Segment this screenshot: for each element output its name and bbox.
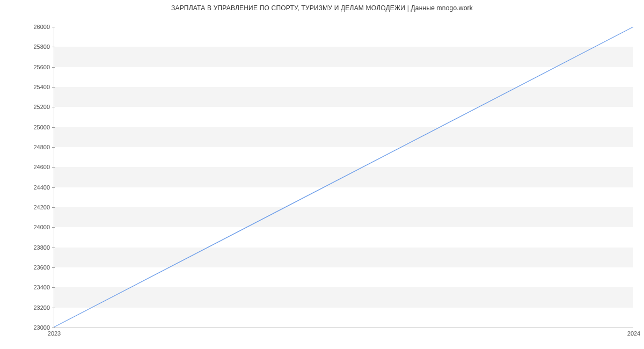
y-tick-label: 25800 (33, 43, 54, 50)
y-tick-label: 24200 (33, 204, 54, 210)
chart-container: ЗАРПЛАТА В УПРАВЛЕНИЕ ПО СПОРТУ, ТУРИЗМУ… (0, 0, 644, 349)
y-tick-label: 23200 (33, 304, 54, 311)
y-tick-label: 24400 (33, 184, 54, 191)
y-tick-label: 23400 (33, 284, 54, 290)
y-tick-label: 24000 (33, 224, 54, 230)
series-line (54, 27, 633, 327)
chart-title: ЗАРПЛАТА В УПРАВЛЕНИЕ ПО СПОРТУ, ТУРИЗМУ… (0, 4, 644, 12)
plot-area: 2300023200234002360023800240002420024400… (54, 27, 633, 328)
y-tick-label: 24600 (33, 164, 54, 170)
y-tick-label: 25200 (33, 104, 54, 110)
y-tick-label: 23600 (33, 264, 54, 271)
y-tick-label: 23800 (33, 244, 54, 251)
x-tick-label: 2023 (48, 327, 61, 337)
y-tick-label: 26000 (33, 24, 54, 30)
plot-inner: 2300023200234002360023800240002420024400… (54, 27, 633, 328)
x-tick-label: 2024 (627, 327, 640, 337)
y-tick-label: 24800 (33, 144, 54, 150)
y-tick-label: 25600 (33, 64, 54, 70)
y-tick-label: 25400 (33, 84, 54, 90)
line-layer (54, 27, 633, 327)
y-tick-label: 25000 (33, 124, 54, 130)
